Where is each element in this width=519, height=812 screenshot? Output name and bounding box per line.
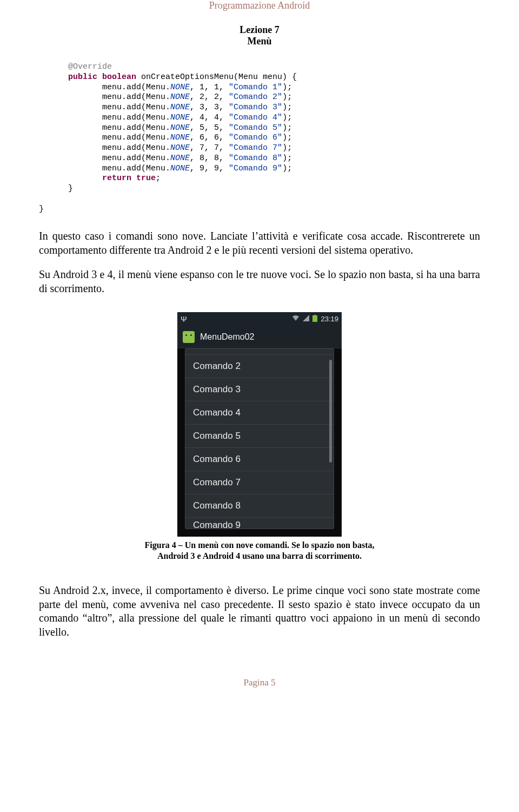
code-block: @Override public boolean onCreateOptions… (39, 62, 480, 214)
menu-item-label: Comando 2 (193, 361, 241, 372)
svg-rect-1 (314, 315, 316, 316)
menu-item[interactable]: Comando 8 (185, 494, 334, 518)
phone-mockup: Ψ 23:19 MenuDemo02 (177, 312, 342, 537)
app-bar: MenuDemo02 (177, 326, 342, 348)
android-icon (183, 331, 195, 343)
scrollbar[interactable] (329, 360, 332, 463)
status-time: 23:19 (321, 315, 338, 323)
paragraph-1: In questo caso i comandi sono nove. Lanc… (39, 229, 480, 257)
menu-item[interactable]: Comando 4 (185, 401, 334, 425)
course-title: Programmazione Android (39, 0, 480, 11)
lesson-number: Lezione 7 (39, 24, 480, 36)
menu-item[interactable]: Comando 2 (185, 355, 334, 378)
menu-item-label: Comando 7 (193, 477, 241, 488)
status-bar: Ψ 23:19 (177, 312, 342, 326)
battery-icon (312, 315, 317, 324)
menu-item-label: Comando 5 (193, 431, 241, 441)
svg-rect-0 (312, 315, 317, 322)
wifi-icon (292, 315, 300, 323)
paragraph-3: Su Android 2.x, invece, il comportamento… (39, 584, 480, 639)
menu-item-label: Comando 4 (193, 407, 241, 418)
menu-item[interactable]: Comando 6 (185, 448, 334, 471)
page-footer: Pagina 5 (39, 677, 480, 688)
menu-item-label: Comando 6 (193, 454, 241, 465)
menu-item[interactable]: Comando 3 (185, 378, 334, 401)
menu-item-label: Comando 3 (193, 384, 241, 395)
lesson-topic: Menù (39, 36, 480, 47)
menu-item-cut-top[interactable] (185, 349, 334, 355)
menu-item-label: Comando 8 (193, 500, 241, 511)
figure-caption: Figura 4 – Un menù con nove comandi. Se … (39, 540, 480, 563)
app-title: MenuDemo02 (200, 332, 255, 342)
menu-item[interactable]: Comando 9 (185, 518, 334, 529)
usb-icon: Ψ (181, 315, 187, 324)
paragraph-2: Su Android 3 e 4, il menù viene espanso … (39, 268, 480, 295)
menu-item[interactable]: Comando 5 (185, 425, 334, 448)
menu-panel: Comando 2Comando 3Comando 4Comando 5Coma… (185, 348, 334, 529)
menu-item-label: Comando 9 (193, 520, 241, 529)
signal-icon (303, 315, 309, 323)
menu-item[interactable]: Comando 7 (185, 471, 334, 494)
